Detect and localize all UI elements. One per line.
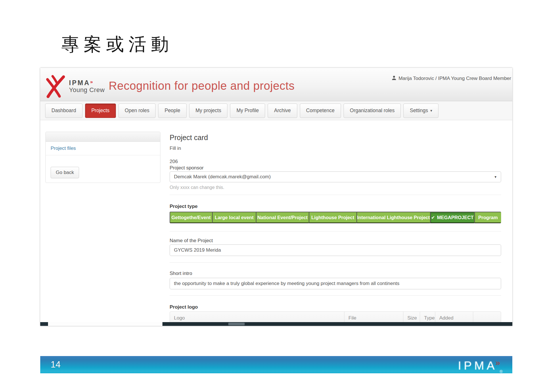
project-sponsor-value: Demcak Marek (demcak.marek@gmail.com) (174, 174, 271, 180)
select-caret-icon: ▼ (494, 175, 497, 179)
type-national-event-project-button[interactable]: National Event/Project (256, 212, 309, 223)
project-type-group: Gettogethe/Event Large local event Natio… (170, 212, 501, 223)
app-header: IPMA» Young Crew Recognition for people … (40, 68, 512, 101)
slide-title: 專案或活動 (61, 32, 173, 56)
type-lighthouse-project-button[interactable]: Lighthouse Project (309, 212, 356, 223)
divider (170, 195, 501, 195)
app-content: Project files Go back Project card Fill … (40, 120, 512, 322)
type-international-lighthouse-project-button[interactable]: International Lighthouse Project (356, 212, 430, 223)
divider (170, 231, 501, 232)
app-window: IPMA» Young Crew Recognition for people … (40, 68, 512, 326)
slide: { "slide": { "title": "專案或活動" }, "header… (0, 0, 552, 392)
column-header-size: Size (403, 312, 420, 322)
brand-text: IPMA» Young Crew (69, 79, 105, 93)
scrollbar-track[interactable] (162, 322, 512, 326)
ipma-footer-logo: IPMA»® (458, 358, 503, 374)
nav-my-projects[interactable]: My projects (189, 104, 227, 118)
project-sponsor-label: Project sponsor (170, 165, 501, 171)
project-record-id: 206 (170, 159, 501, 165)
scrollbar-track-left (40, 322, 48, 326)
ipma-young-crew-logo-icon (44, 72, 67, 100)
footer-logo-text: IPMA (458, 359, 497, 372)
divider (170, 262, 501, 263)
nav-settings[interactable]: Settings ▾ (403, 104, 438, 118)
short-intro-input[interactable] (170, 278, 501, 289)
nav-people[interactable]: People (158, 104, 187, 118)
page-title: Project card (170, 133, 501, 141)
go-back-button[interactable]: Go back (51, 167, 79, 178)
column-header-added: Added (435, 312, 473, 322)
column-header-file: File (344, 312, 403, 322)
sidebar: Project files Go back (45, 132, 160, 322)
short-intro-label: Short intro (170, 271, 501, 276)
scrollbar-thumb[interactable] (228, 323, 245, 325)
slide-footer: 14 IPMA»® (40, 356, 512, 373)
divider (170, 295, 501, 296)
type-megaproject-button[interactable]: ✔ MEGAPROJECT (430, 212, 474, 223)
project-sponsor-select[interactable]: Demcak Marek (demcak.marek@gmail.com) ▼ (170, 171, 501, 182)
user-menu[interactable]: Marija Todorovic / IPMA Young Crew Board… (392, 75, 511, 82)
brand-subtitle: Young Crew (69, 87, 105, 93)
nav-competence[interactable]: Competence (300, 104, 341, 118)
registered-mark: ® (500, 369, 503, 374)
brand-name: IPMA (69, 79, 90, 87)
project-card-form: Project card Fill in 206 Project sponsor… (170, 120, 501, 322)
project-type-label: Project type (170, 204, 501, 209)
column-header-type: Type (420, 312, 435, 322)
project-name-label: Name of the Project (170, 238, 501, 244)
project-name-input[interactable] (170, 244, 501, 256)
column-header-actions (473, 312, 501, 322)
nav-my-profile[interactable]: My Profile (230, 104, 265, 118)
sponsor-hint: Only xxxx can change this. (170, 185, 501, 190)
horizontal-scrollbar (40, 322, 512, 326)
sidebar-panel-body: Go back (46, 155, 160, 183)
nav-projects[interactable]: Projects (85, 104, 116, 118)
column-header-logo: Logo (170, 312, 344, 322)
main-nav: Dashboard Projects Open roles People My … (40, 101, 512, 120)
project-logo-label: Project logo (170, 304, 501, 310)
page-number: 14 (51, 360, 60, 370)
user-name-role: Marija Todorovic / IPMA Young Crew Board… (398, 76, 511, 81)
check-icon: ✔ (431, 215, 435, 220)
nav-organizational-roles[interactable]: Organizational roles (344, 104, 401, 118)
sidebar-panel: Project files Go back (45, 132, 160, 183)
type-large-local-event-button[interactable]: Large local event (212, 212, 256, 223)
caret-down-icon: ▾ (430, 108, 432, 113)
type-gettogether-event-button[interactable]: Gettogethe/Event (170, 212, 212, 223)
nav-archive[interactable]: Archive (268, 104, 297, 118)
nav-dashboard[interactable]: Dashboard (45, 104, 83, 118)
footer-logo-chevron-icon: » (495, 358, 500, 367)
type-program-button[interactable]: Program (474, 212, 501, 223)
app-title: Recognition for people and projects (109, 79, 295, 92)
project-logo-table-header: Logo File Size Type Added (170, 311, 501, 322)
sidebar-panel-header (46, 132, 160, 142)
sidebar-item-project-files[interactable]: Project files (46, 142, 160, 155)
nav-open-roles[interactable]: Open roles (118, 104, 156, 118)
form-subtitle: Fill in (170, 146, 501, 151)
user-icon (392, 75, 396, 82)
brand-chevron-icon: » (90, 79, 93, 85)
